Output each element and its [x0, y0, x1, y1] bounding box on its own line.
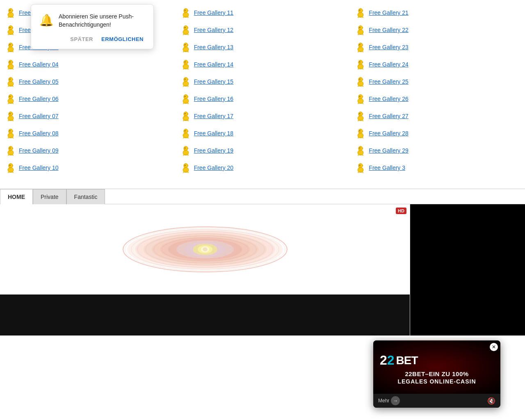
bird-icon: [355, 162, 366, 173]
bird-icon: [5, 110, 16, 122]
gallery-link[interactable]: Free Gallery 05: [19, 78, 58, 85]
svg-point-174: [9, 148, 11, 152]
gallery-item: Free Gallery 09: [0, 142, 175, 159]
gallery-link[interactable]: Free Gallery 11: [194, 9, 233, 16]
gallery-item: Free Gallery 18: [175, 125, 350, 142]
gallery-link[interactable]: Free Gallery 15: [194, 78, 233, 85]
gallery-link[interactable]: Free Gallery 12: [194, 27, 233, 33]
gallery-link[interactable]: Free Gallery 06: [19, 96, 58, 102]
gallery-item: Free Gallery 08: [0, 125, 175, 142]
push-popup-header: 🔔 Abonnieren Sie unsere Push-Benachricht…: [39, 13, 144, 29]
gallery-link[interactable]: Free Gallery 22: [369, 27, 408, 33]
bird-icon: [180, 41, 192, 53]
svg-point-139: [183, 114, 185, 117]
svg-point-125: [358, 96, 361, 100]
gallery-link[interactable]: Free Gallery 04: [19, 61, 58, 68]
bird-icon: [355, 145, 366, 156]
video-area: HD: [0, 204, 410, 336]
svg-point-104: [358, 79, 361, 83]
tab-fantastic[interactable]: Fantastic: [66, 189, 105, 204]
svg-point-111: [9, 96, 11, 100]
gallery-link[interactable]: Free Gallery 13: [194, 44, 233, 50]
svg-point-41: [358, 27, 361, 31]
svg-point-48: [9, 45, 11, 48]
gallery-link[interactable]: Free Gallery 07: [19, 113, 58, 119]
svg-point-69: [9, 62, 11, 66]
bird-icon: [180, 128, 192, 139]
push-later-button[interactable]: SPÄTER: [70, 36, 93, 42]
svg-point-27: [9, 27, 11, 31]
gallery-link[interactable]: Free Gallery 17: [194, 113, 233, 119]
gallery-item: Free Gallery 15: [175, 73, 350, 90]
gallery-link[interactable]: Free Gallery 28: [369, 130, 408, 137]
bird-icon: [355, 41, 366, 53]
gallery-item: Free Gallery 05: [0, 73, 175, 90]
gallery-link[interactable]: Free Gallery 10: [19, 164, 58, 171]
svg-point-90: [9, 79, 11, 83]
svg-point-20: [358, 10, 361, 14]
gallery-link[interactable]: Free Gallery 23: [369, 44, 408, 50]
svg-point-202: [183, 165, 185, 169]
svg-point-209: [358, 165, 361, 169]
gallery-item: Free Gallery 29: [350, 142, 525, 159]
gallery-link[interactable]: Free Gallery 26: [369, 96, 408, 102]
gallery-link[interactable]: Free Gallery 29: [369, 147, 408, 154]
svg-point-34: [183, 27, 185, 31]
gallery-item: Free Gallery 22: [350, 21, 525, 39]
tabs-bar: HOME Private Fantastic: [0, 189, 525, 204]
gallery-link[interactable]: Free Gallery 24: [369, 61, 408, 68]
gallery-item: Free Gallery 11: [175, 4, 350, 21]
bird-icon: [180, 76, 192, 87]
bird-icon: [180, 7, 192, 18]
push-notification-popup: 🔔 Abonnieren Sie unsere Push-Benachricht…: [31, 4, 154, 49]
bird-icon: [180, 59, 192, 70]
gallery-item: Free Gallery 12: [175, 21, 350, 39]
gallery-item: Free Gallery 04: [0, 56, 175, 73]
gallery-item: Free Gallery 21: [350, 4, 525, 21]
gallery-item: Free Gallery 07: [0, 107, 175, 125]
tab-private[interactable]: Private: [33, 189, 66, 204]
gallery-item: Free Gallery 20: [175, 159, 350, 176]
svg-point-97: [183, 79, 185, 83]
svg-point-160: [183, 131, 185, 135]
bird-icon: [5, 41, 16, 53]
bird-icon: [355, 7, 366, 18]
push-enable-button[interactable]: ERMÖGLICHEN: [101, 36, 144, 42]
gallery-link[interactable]: Free Gallery 21: [369, 9, 408, 16]
gallery-item: Free Gallery 06: [0, 90, 175, 107]
video-thumbnail[interactable]: [0, 204, 410, 294]
gallery-link[interactable]: Free Gallery 27: [369, 113, 408, 119]
gallery-link[interactable]: Free Gallery 18: [194, 130, 233, 137]
bird-icon: [355, 24, 366, 36]
svg-point-76: [183, 62, 185, 66]
gallery-link[interactable]: Free Gallery 19: [194, 147, 233, 154]
gallery-item: Free Gallery 27: [350, 107, 525, 125]
bird-icon: [5, 76, 16, 87]
gallery-link[interactable]: Free Gallery 25: [369, 78, 408, 85]
bird-icon: [355, 110, 366, 122]
bird-icon: [5, 93, 16, 105]
gallery-item: Free Gallery 28: [350, 125, 525, 142]
bird-icon: [5, 162, 16, 173]
svg-point-55: [183, 45, 185, 48]
gallery-item: Free Gallery 17: [175, 107, 350, 125]
gallery-link[interactable]: Free Gallery 09: [19, 147, 58, 154]
gallery-link[interactable]: Free Gallery 14: [194, 61, 233, 68]
svg-point-132: [9, 114, 11, 117]
gallery-link[interactable]: Free Gallery 3: [369, 164, 405, 171]
svg-point-188: [358, 148, 361, 152]
content-area: HD: [0, 204, 525, 336]
gallery-item: Free Gallery 13: [175, 39, 350, 56]
svg-point-222: [203, 247, 208, 251]
bird-icon: [5, 24, 16, 36]
gallery-item: Free Gallery 25: [350, 73, 525, 90]
video-black-bar: [0, 294, 410, 336]
svg-point-167: [358, 131, 361, 135]
gallery-link[interactable]: Free Gallery 16: [194, 96, 233, 102]
gallery-link[interactable]: Free Gallery 20: [194, 164, 233, 171]
gallery-item: Free Gallery 3: [350, 159, 525, 176]
bell-icon: 🔔: [39, 14, 54, 27]
bird-icon: [355, 93, 366, 105]
gallery-link[interactable]: Free Gallery 08: [19, 130, 58, 137]
tab-home[interactable]: HOME: [0, 189, 33, 204]
